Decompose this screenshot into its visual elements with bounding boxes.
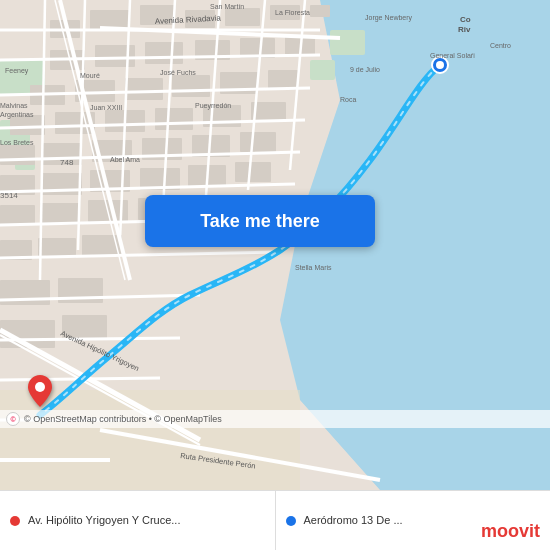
svg-text:Riv: Riv xyxy=(458,25,471,34)
bottom-bar: Av. Hipólito Yrigoyen Y Cruce... Aeródro… xyxy=(0,490,550,550)
svg-text:Roca: Roca xyxy=(340,96,356,103)
svg-text:Pueyrredón: Pueyrredón xyxy=(195,102,231,110)
svg-point-108 xyxy=(35,382,45,392)
destination-label: Aeródromo 13 De ... xyxy=(304,513,403,527)
origin-label: Av. Hipólito Yrigoyen Y Cruce... xyxy=(28,513,180,527)
svg-text:Jorge Newbery: Jorge Newbery xyxy=(365,14,413,22)
svg-text:La Floresta: La Floresta xyxy=(275,9,310,16)
osm-logo-icon: © xyxy=(6,412,20,426)
origin-dot-icon xyxy=(10,516,20,526)
svg-rect-23 xyxy=(172,75,210,97)
svg-text:San Martín: San Martín xyxy=(210,3,244,10)
svg-text:748: 748 xyxy=(60,158,74,167)
svg-text:José Fuchs: José Fuchs xyxy=(160,69,196,76)
map-attribution: © © OpenStreetMap contributors • © OpenM… xyxy=(0,410,550,428)
svg-rect-6 xyxy=(310,60,335,80)
svg-rect-13 xyxy=(310,5,330,17)
svg-text:Argentinas: Argentinas xyxy=(0,111,34,119)
origin-section[interactable]: Av. Hipólito Yrigoyen Y Cruce... xyxy=(0,491,276,550)
svg-text:Juan XXIII: Juan XXIII xyxy=(90,104,122,111)
svg-rect-44 xyxy=(0,205,35,225)
svg-text:Malvinas: Malvinas xyxy=(0,102,28,109)
svg-text:9 de Julio: 9 de Julio xyxy=(350,66,380,73)
svg-text:Centro: Centro xyxy=(490,42,511,49)
svg-rect-5 xyxy=(330,30,365,55)
attribution-text: © OpenStreetMap contributors • © OpenMap… xyxy=(24,414,222,424)
svg-text:Mouré: Mouré xyxy=(80,72,100,79)
svg-text:General Solaŕi: General Solaŕi xyxy=(430,52,475,59)
svg-rect-43 xyxy=(235,162,271,182)
svg-rect-16 xyxy=(145,42,183,64)
moovit-logo-text: moovit xyxy=(481,521,540,542)
moovit-logo: moovit xyxy=(481,521,540,542)
svg-text:3514: 3514 xyxy=(0,191,18,200)
svg-line-67 xyxy=(0,338,180,340)
svg-text:Co: Co xyxy=(460,15,471,24)
origin-pin xyxy=(28,375,52,411)
svg-rect-32 xyxy=(0,145,35,165)
map-container: Avenida Rivadavia San Martín La Floresta… xyxy=(0,0,550,490)
svg-point-83 xyxy=(436,61,444,69)
svg-rect-22 xyxy=(125,78,163,100)
svg-text:Abel Ama: Abel Ama xyxy=(110,156,140,163)
svg-rect-29 xyxy=(155,108,193,130)
svg-text:Los Bretes: Los Bretes xyxy=(0,139,34,146)
take-me-there-button[interactable]: Take me there xyxy=(145,195,375,247)
svg-text:Feeney: Feeney xyxy=(5,67,29,75)
svg-rect-26 xyxy=(10,115,45,135)
svg-text:Stella Maris: Stella Maris xyxy=(295,264,332,271)
svg-rect-37 xyxy=(240,132,276,152)
svg-rect-11 xyxy=(225,8,260,26)
destination-dot-icon xyxy=(286,516,296,526)
